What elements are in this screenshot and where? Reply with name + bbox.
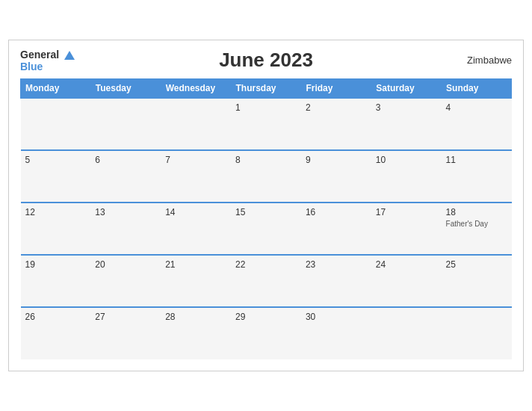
country-label: Zimbabwe <box>467 55 512 66</box>
day-number: 15 <box>235 207 297 217</box>
calendar-week-row: 1234 <box>21 98 512 150</box>
calendar-day-cell: 18Father's Day <box>442 203 512 255</box>
calendar-day-cell: 20 <box>90 255 161 307</box>
calendar-day-cell: 23 <box>301 255 371 307</box>
weekday-header: Wednesday <box>161 79 231 99</box>
day-number: 19 <box>25 259 87 270</box>
calendar-day-cell: 4 <box>442 98 512 150</box>
calendar-day-cell: 15 <box>231 203 301 255</box>
day-number: 22 <box>235 259 297 270</box>
weekday-header: Friday <box>301 79 371 99</box>
logo: General Blue <box>20 48 75 72</box>
calendar-day-cell: 10 <box>371 150 442 203</box>
day-number: 9 <box>306 155 367 165</box>
day-number: 18 <box>446 207 507 217</box>
day-number: 21 <box>165 259 226 270</box>
calendar-day-cell: 6 <box>90 150 161 203</box>
calendar-day-cell: 25 <box>442 255 512 307</box>
logo-general-text: General <box>20 49 59 61</box>
day-number: 4 <box>446 102 507 113</box>
day-number: 8 <box>235 155 297 165</box>
calendar-day-cell: 19 <box>21 255 91 307</box>
calendar-week-row: 2627282930 <box>21 307 512 359</box>
calendar-day-cell <box>161 98 231 150</box>
calendar-day-cell: 13 <box>90 203 161 255</box>
calendar-day-cell: 30 <box>301 307 371 359</box>
day-number: 26 <box>25 312 87 322</box>
weekday-header: Tuesday <box>90 79 161 99</box>
day-number: 1 <box>235 102 297 113</box>
day-number: 23 <box>306 259 367 270</box>
calendar-day-cell <box>21 98 91 150</box>
weekday-header: Saturday <box>371 79 442 99</box>
calendar-day-cell: 8 <box>231 150 301 203</box>
calendar-day-cell: 22 <box>231 255 301 307</box>
day-number: 17 <box>376 207 437 217</box>
calendar-day-cell: 29 <box>231 307 301 359</box>
day-number: 14 <box>165 207 226 217</box>
calendar-title: June 2023 <box>219 49 313 72</box>
day-number: 28 <box>165 312 226 322</box>
day-event: Father's Day <box>446 220 507 228</box>
day-number: 12 <box>25 207 87 217</box>
calendar-day-cell: 3 <box>371 98 442 150</box>
weekday-header: Sunday <box>442 79 512 99</box>
calendar-day-cell: 14 <box>161 203 231 255</box>
day-number: 6 <box>95 155 156 165</box>
calendar-day-cell: 26 <box>21 307 91 359</box>
weekday-header: Monday <box>21 79 91 99</box>
calendar-day-cell: 16 <box>301 203 371 255</box>
day-number: 24 <box>376 259 437 270</box>
day-number: 2 <box>306 102 367 113</box>
calendar-header-row: MondayTuesdayWednesdayThursdayFridaySatu… <box>21 79 512 99</box>
day-number: 3 <box>376 102 437 113</box>
calendar-week-row: 12131415161718Father's Day <box>21 203 512 255</box>
weekday-header: Thursday <box>231 79 301 99</box>
day-number: 29 <box>235 312 297 322</box>
calendar-day-cell: 12 <box>21 203 91 255</box>
calendar-day-cell: 7 <box>161 150 231 203</box>
calendar-header: General Blue June 2023 Zimbabwe <box>20 48 512 72</box>
logo-triangle-icon <box>64 51 75 60</box>
day-number: 16 <box>306 207 367 217</box>
calendar-container: General Blue June 2023 Zimbabwe MondayTu… <box>8 40 524 371</box>
calendar-day-cell <box>90 98 161 150</box>
calendar-day-cell: 9 <box>301 150 371 203</box>
calendar-week-row: 19202122232425 <box>21 255 512 307</box>
calendar-day-cell: 28 <box>161 307 231 359</box>
day-number: 10 <box>376 155 437 165</box>
calendar-day-cell: 17 <box>371 203 442 255</box>
day-number: 20 <box>95 259 156 270</box>
calendar-body: 123456789101112131415161718Father's Day1… <box>21 98 512 359</box>
calendar-day-cell: 21 <box>161 255 231 307</box>
calendar-day-cell: 5 <box>21 150 91 203</box>
calendar-day-cell <box>442 307 512 359</box>
day-number: 7 <box>165 155 226 165</box>
calendar-day-cell: 11 <box>442 150 512 203</box>
calendar-day-cell: 27 <box>90 307 161 359</box>
day-number: 27 <box>95 312 156 322</box>
calendar-day-cell <box>371 307 442 359</box>
day-number: 30 <box>306 312 367 322</box>
day-number: 5 <box>25 155 87 165</box>
logo-blue-text: Blue <box>20 61 43 72</box>
calendar-grid: MondayTuesdayWednesdayThursdayFridaySatu… <box>20 78 512 359</box>
day-number: 11 <box>446 155 507 165</box>
calendar-day-cell: 2 <box>301 98 371 150</box>
calendar-day-cell: 24 <box>371 255 442 307</box>
calendar-week-row: 567891011 <box>21 150 512 203</box>
calendar-day-cell: 1 <box>231 98 301 150</box>
day-number: 13 <box>95 207 156 217</box>
day-number: 25 <box>446 259 507 270</box>
